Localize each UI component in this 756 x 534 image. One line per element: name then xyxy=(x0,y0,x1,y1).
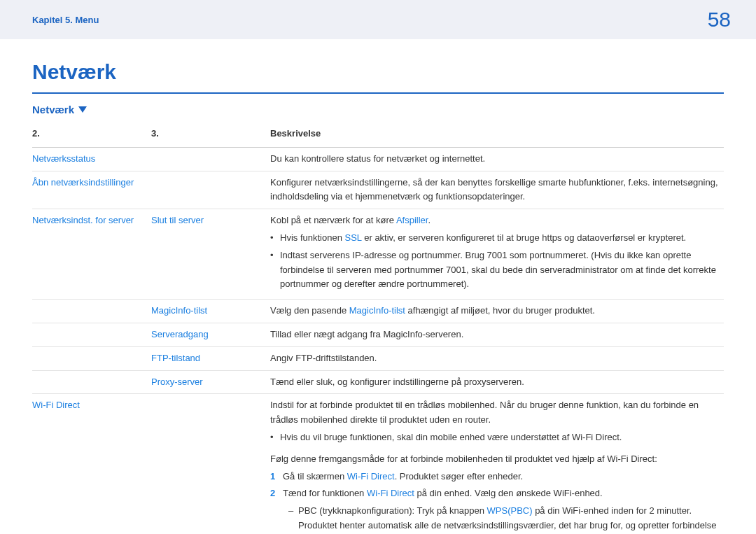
setting-name[interactable]: Åbn netværksindstillinger xyxy=(32,171,151,209)
chevron-down-icon xyxy=(78,106,87,113)
sub-setting-name[interactable]: FTP-tilstand xyxy=(151,346,270,370)
table-row: Serveradgang Tillad eller nægt adgang fr… xyxy=(32,323,724,346)
inline-link[interactable]: Wi-Fi Direct xyxy=(347,471,395,482)
setting-desc: Kobl på et nærværk for at køre Afspiller… xyxy=(270,209,724,300)
setting-desc: Vælg den pasende MagicInfo-tilst afhængi… xyxy=(270,300,724,323)
inline-link[interactable]: WPS(PBC) xyxy=(487,505,533,516)
breadcrumb[interactable]: Kapitel 5. Menu xyxy=(32,15,99,25)
col-header-3: 3. xyxy=(151,122,270,147)
page-header: Kapitel 5. Menu 58 xyxy=(0,0,756,39)
page-number: 58 xyxy=(708,8,731,31)
table-row: MagicInfo-tilst Vælg den pasende MagicIn… xyxy=(32,300,724,323)
setting-desc: Konfigurer netværksindstillingerne, så d… xyxy=(270,171,724,209)
setting-desc: Tillad eller nægt adgang fra MagicInfo-s… xyxy=(270,323,724,346)
page-content: Netværk Netværk 2. 3. Beskrivelse Netvær… xyxy=(0,39,756,534)
inline-link[interactable]: Wi-Fi Direct xyxy=(367,488,414,498)
setting-name[interactable]: Netværksindst. for server xyxy=(32,209,151,300)
sub-setting-name[interactable]: Slut til server xyxy=(151,209,270,300)
table-row: Netværksindst. for server Slut til serve… xyxy=(32,209,724,300)
table-row: Wi-Fi Direct Indstil for at forbinde pro… xyxy=(32,394,724,534)
inline-link[interactable]: SSL xyxy=(345,232,362,243)
table-row: FTP-tilstand Angiv FTP-driftstilstanden. xyxy=(32,346,724,370)
table-row: Åbn netværksindstillinger Konfigurer net… xyxy=(32,171,724,209)
col-header-desc: Beskrivelse xyxy=(270,122,724,147)
sub-setting-name[interactable]: Serveradgang xyxy=(151,323,270,346)
table-row: Proxy-server Tænd eller sluk, og konfigu… xyxy=(32,370,724,394)
setting-desc: Angiv FTP-driftstilstanden. xyxy=(270,346,724,370)
setting-desc: Du kan kontrollere status for netværket … xyxy=(270,147,724,171)
settings-table: 2. 3. Beskrivelse Netværksstatus Du kan … xyxy=(32,122,724,534)
sub-setting-name[interactable]: MagicInfo-tilst xyxy=(151,300,270,323)
inline-link[interactable]: MagicInfo-tilst xyxy=(349,305,405,316)
section-subheading[interactable]: Netværk xyxy=(32,104,724,115)
table-row: Netværksstatus Du kan kontrollere status… xyxy=(32,147,724,171)
setting-name[interactable]: Netværksstatus xyxy=(32,147,151,171)
setting-desc: Tænd eller sluk, og konfigurer indstilli… xyxy=(270,370,724,394)
section-title: Netværk xyxy=(32,60,724,84)
col-header-2: 2. xyxy=(32,122,151,147)
setting-name[interactable]: Wi-Fi Direct xyxy=(32,394,151,534)
divider xyxy=(32,92,724,94)
inline-link[interactable]: Afspiller xyxy=(396,215,428,225)
setting-desc: Indstil for at forbinde produktet til en… xyxy=(270,394,724,534)
subheading-label: Netværk xyxy=(32,104,74,115)
sub-setting-name[interactable]: Proxy-server xyxy=(151,370,270,394)
